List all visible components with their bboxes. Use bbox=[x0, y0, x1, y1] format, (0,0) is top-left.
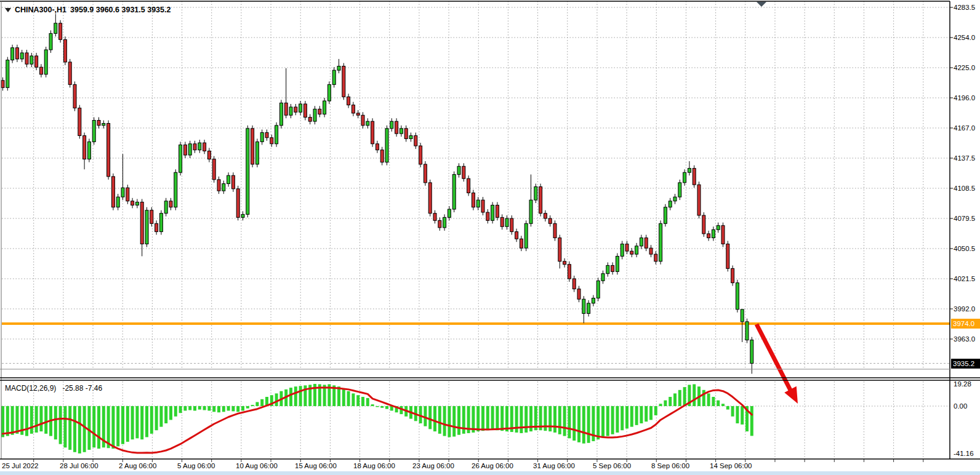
macd-histogram-bar bbox=[462, 406, 465, 434]
macd-histogram-bar bbox=[231, 406, 235, 411]
candle-bearish bbox=[515, 232, 518, 239]
macd-histogram-bar bbox=[83, 406, 86, 452]
price-axis-label: 4225.0 bbox=[954, 64, 975, 71]
candle-bearish bbox=[155, 223, 158, 231]
candle-bullish bbox=[299, 104, 302, 112]
macd-histogram-bar bbox=[376, 406, 379, 407]
candle-bullish bbox=[275, 126, 278, 144]
candle-bearish bbox=[568, 265, 571, 279]
macd-histogram-bar bbox=[649, 406, 653, 420]
candle-bullish bbox=[673, 197, 677, 201]
window-bottom-strip bbox=[0, 471, 980, 475]
candle-bearish bbox=[68, 62, 71, 85]
macd-histogram-bar bbox=[275, 393, 278, 406]
macd-histogram-bar bbox=[693, 384, 696, 406]
macd-histogram-bar bbox=[654, 406, 657, 415]
macd-name: MACD(12,26,9) bbox=[5, 384, 56, 393]
hline-price-badge[interactable]: 3974.0 bbox=[951, 319, 980, 329]
candle-bullish bbox=[390, 121, 393, 129]
macd-histogram-bar bbox=[30, 406, 33, 434]
price-axis-label: 4283.5 bbox=[954, 4, 975, 11]
candle-bearish bbox=[428, 183, 432, 214]
macd-histogram-bar bbox=[222, 406, 225, 412]
macd-histogram-bar bbox=[179, 406, 182, 413]
macd-histogram-bar bbox=[131, 406, 134, 439]
candle-bullish bbox=[246, 129, 249, 215]
ohlc-quote-label: 3959.9 3960.6 3931.5 3935.2 bbox=[70, 6, 171, 14]
candle-bullish bbox=[596, 281, 600, 298]
macd-axis-label: -41.16 bbox=[954, 450, 974, 457]
candle-bearish bbox=[97, 121, 100, 126]
chart-canvas[interactable] bbox=[0, 0, 980, 475]
candle-bullish bbox=[366, 121, 369, 126]
candle-bearish bbox=[558, 238, 561, 261]
macd-histogram-bar bbox=[1, 406, 4, 437]
macd-histogram-bar bbox=[678, 390, 681, 406]
candle-bullish bbox=[159, 214, 163, 232]
candle-bearish bbox=[481, 200, 484, 212]
macd-histogram-bar bbox=[750, 406, 753, 436]
macd-histogram-bar bbox=[385, 406, 388, 409]
candle-bearish bbox=[467, 178, 470, 193]
date-axis-label: 28 Jul 06:00 bbox=[60, 462, 98, 469]
candle-bullish bbox=[592, 298, 595, 303]
trend-arrow-line[interactable] bbox=[757, 324, 791, 391]
macd-histogram-bar bbox=[500, 406, 504, 431]
candle-bearish bbox=[645, 238, 648, 249]
macd-histogram-bar bbox=[183, 406, 187, 410]
price-axis-label: 4196.0 bbox=[954, 94, 975, 102]
date-axis-label: 31 Aug 06:00 bbox=[533, 462, 575, 469]
macd-histogram-bar bbox=[92, 406, 95, 447]
date-axis-label: 23 Aug 06:00 bbox=[412, 462, 454, 469]
candle-bearish bbox=[611, 265, 614, 271]
candle-bullish bbox=[102, 124, 105, 126]
candle-bullish bbox=[448, 209, 451, 217]
date-axis-label: 10 Aug 06:00 bbox=[236, 462, 278, 469]
macd-histogram-bar bbox=[520, 406, 523, 433]
macd-histogram-bar bbox=[260, 399, 263, 406]
candle-bullish bbox=[750, 340, 753, 364]
macd-histogram-bar bbox=[299, 386, 302, 406]
date-axis-label: 25 Jul 2022 bbox=[2, 462, 38, 469]
candle-bullish bbox=[400, 129, 403, 134]
macd-histogram-bar bbox=[621, 406, 624, 430]
macd-histogram-bar bbox=[606, 406, 609, 436]
macd-axis-label: 19.28 bbox=[954, 380, 971, 388]
candle-bearish bbox=[654, 254, 657, 261]
price-axis-label: 4254.0 bbox=[954, 34, 975, 41]
candle-bearish bbox=[563, 261, 566, 265]
macd-histogram-bar bbox=[630, 406, 633, 427]
collapse-triangle-icon[interactable] bbox=[5, 8, 11, 12]
candle-bullish bbox=[664, 207, 667, 224]
candle-bearish bbox=[111, 177, 114, 207]
candle-bullish bbox=[179, 145, 182, 172]
candle-bearish bbox=[231, 175, 235, 189]
macd-histogram-bar bbox=[35, 406, 38, 433]
price-axis-label: 3963.0 bbox=[954, 335, 975, 343]
macd-histogram-bar bbox=[150, 406, 153, 434]
candle-bullish bbox=[116, 197, 119, 207]
candle-bullish bbox=[616, 256, 619, 271]
candle-bearish bbox=[404, 129, 408, 139]
candle-bearish bbox=[63, 39, 66, 62]
macd-histogram-bar bbox=[78, 406, 81, 453]
candle-bullish bbox=[222, 184, 225, 191]
candle-bearish bbox=[462, 166, 465, 178]
macd-histogram-bar bbox=[255, 402, 259, 406]
symbol-period-label: CHINA300-,H1 bbox=[15, 6, 66, 14]
macd-histogram-bar bbox=[611, 406, 614, 434]
date-axis-label: 26 Aug 06:00 bbox=[472, 462, 513, 469]
candle-bearish bbox=[371, 121, 374, 144]
candle-bearish bbox=[347, 97, 350, 105]
macd-histogram-bar bbox=[188, 406, 191, 410]
candle-bullish bbox=[20, 53, 23, 59]
candle-bearish bbox=[424, 164, 427, 183]
macd-histogram-bar bbox=[356, 395, 359, 406]
chart-shift-marker-icon[interactable] bbox=[757, 2, 766, 7]
macd-histogram-bar bbox=[673, 393, 677, 406]
candle-bullish bbox=[54, 23, 57, 34]
candle-bearish bbox=[351, 105, 355, 113]
macd-histogram-bar bbox=[63, 406, 66, 447]
macd-histogram-bar bbox=[491, 406, 494, 429]
candle-bearish bbox=[83, 135, 86, 159]
